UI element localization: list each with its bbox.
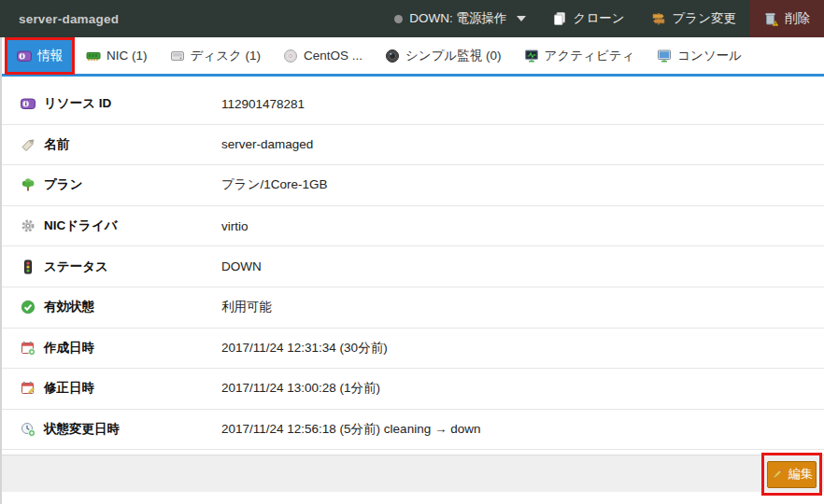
tag-icon [21,137,36,152]
row-label-text: 作成日時 [44,340,94,357]
cd-icon [283,49,298,63]
row-label: 有効状態 [2,299,221,315]
tab-bar: 情報 NIC (1) ディスク (1) CentOS ... シンプル監視 (0… [0,37,824,77]
row-value: 2017/11/24 12:31:34 (30分前) [221,340,388,357]
footer-bar [2,455,824,492]
tab-info-label: 情報 [37,48,63,64]
row-value: 112901478281 [221,97,305,111]
row-value: virtio [221,219,249,233]
pencil-icon [771,468,784,481]
table-row-availability: 有効状態 利用可能 [2,287,824,329]
annotation-box-info-tab: 情報 [5,37,75,75]
trash-warning-icon [763,11,778,26]
row-value: server-damaged [221,137,313,151]
clone-button[interactable]: クローン [539,0,638,37]
calendar-edit-icon [21,381,36,396]
tab-disk-label: ディスク (1) [191,48,262,64]
edit-button-label: 編集 [788,466,813,483]
tree-icon [21,177,36,192]
row-label-text: NICドライバ [44,217,118,234]
tab-centos-label: CentOS ... [304,49,362,63]
row-label: 修正日時 [2,380,221,397]
table-row-state-changed-at: 状態変更日時 2017/11/24 12:56:18 (5分前) cleanin… [2,410,824,451]
table-row-created-at: 作成日時 2017/11/24 12:31:34 (30分前) [2,329,824,370]
table-row-status: ステータス DOWN [2,246,824,287]
row-label: ステータス [2,259,221,275]
tab-nic[interactable]: NIC (1) [75,37,159,74]
clock-add-icon [21,422,36,437]
gear-icon [21,218,36,233]
row-label-text: ステータス [44,259,108,275]
table-row-plan: プラン プラン/1Core-1GB [2,165,824,206]
tab-centos[interactable]: CentOS ... [272,37,374,74]
row-value: 2017/11/24 12:56:18 (5分前) cleaning → dow… [221,421,480,438]
tab-console[interactable]: コンソール [646,37,753,74]
row-value: 2017/11/24 13:00:28 (1分前) [221,380,380,397]
resource-id-icon [21,96,36,111]
row-label-text: 有効状態 [44,299,94,315]
table-row-nic-driver: NICドライバ virtio [2,206,824,247]
row-label: 作成日時 [2,340,221,357]
edit-button[interactable]: 編集 [767,461,817,488]
row-label: プラン [2,176,221,193]
disk-icon [170,49,185,63]
plan-change-button[interactable]: プラン変更 [638,0,749,37]
tab-console-label: コンソール [677,48,742,64]
row-value: プラン/1Core-1GB [221,176,327,193]
tab-activity[interactable]: アクティビティ [513,37,646,74]
clone-label: クローン [574,10,625,27]
console-monitor-icon [657,49,672,63]
row-label-text: 状態変更日時 [44,421,120,438]
row-label-text: プラン [44,176,82,193]
nic-icon [86,49,101,63]
row-label-text: 名前 [44,136,69,153]
row-label: NICドライバ [2,217,221,234]
tab-simple-monitoring-label: シンプル監視 (0) [405,48,502,64]
row-label-text: リソース ID [44,95,111,112]
plan-change-label: プラン変更 [673,10,736,27]
status-dot-icon [394,15,403,23]
chevron-down-icon [517,16,526,21]
traffic-light-icon [21,259,36,274]
table-row-modified-at: 修正日時 2017/11/24 13:00:28 (1分前) [2,369,824,410]
camera-icon [385,49,400,63]
power-menu-label: DOWN: 電源操作 [409,10,506,27]
info-icon [17,49,32,63]
row-label: 状態変更日時 [2,421,221,438]
tab-disk[interactable]: ディスク (1) [159,37,273,74]
tab-activity-label: アクティビティ [545,48,635,64]
check-circle-icon [21,300,36,315]
row-value: 利用可能 [221,299,272,315]
content-left-border [0,37,2,504]
activity-monitor-icon [524,49,539,63]
table-row-resource-id: リソース ID 112901478281 [2,84,824,125]
server-title: server-damaged [19,12,119,26]
tab-simple-monitoring[interactable]: シンプル監視 (0) [374,37,513,74]
row-label: リソース ID [2,95,221,112]
calendar-add-icon [21,341,36,356]
copy-pages-icon [552,11,567,26]
row-label-text: 修正日時 [44,380,94,397]
annotation-box-edit-button: 編集 [761,453,822,496]
delete-label: 削除 [785,10,810,27]
row-value: DOWN [221,259,262,273]
row-label: 名前 [2,136,221,153]
table-row-name: 名前 server-damaged [2,125,824,166]
tab-info[interactable]: 情報 [7,41,72,71]
tab-nic-label: NIC (1) [107,49,148,63]
top-bar: server-damaged DOWN: 電源操作 クローン プラン変更 削除 [0,0,824,37]
server-info-table: リソース ID 112901478281 名前 server-damaged プ… [2,79,824,450]
power-menu-button[interactable]: DOWN: 電源操作 [381,0,538,37]
topbar-actions: DOWN: 電源操作 クローン プラン変更 削除 [381,0,824,37]
signpost-icon [651,11,666,26]
delete-button[interactable]: 削除 [749,0,824,37]
